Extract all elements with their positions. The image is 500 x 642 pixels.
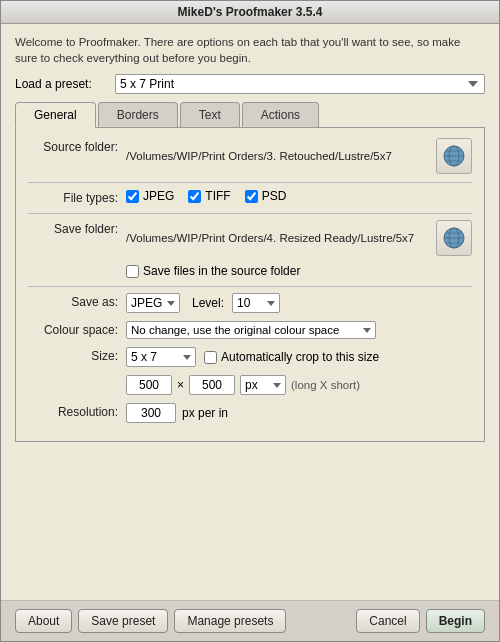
auto-crop-label: Automatically crop to this size [221,350,379,364]
save-as-controls: JPEG TIFF PSD Level: 1234 5678 9101112 [126,293,472,313]
colour-space-controls: No change, use the original colour space… [126,321,472,339]
resolution-unit-label: px per in [182,406,228,420]
source-folder-controls: /Volumes/WIP/Print Orders/3. Retouched/L… [126,138,472,174]
cancel-button[interactable]: Cancel [356,609,419,633]
tab-borders[interactable]: Borders [98,102,178,127]
resolution-input[interactable] [126,403,176,423]
resolution-controls: px per in [126,403,472,423]
footer: About Save preset Manage presets Cancel … [1,600,499,641]
save-folder-row: Save folder: /Volumes/WIP/Print Orders/4… [28,220,472,256]
size-px-width-input[interactable] [126,375,172,395]
save-folder-path: /Volumes/WIP/Print Orders/4. Resized Rea… [126,230,428,246]
size-unit-select[interactable]: px in cm [240,375,286,395]
source-folder-browse-button[interactable] [436,138,472,174]
content-area: Welcome to Proofmaker. There are options… [1,24,499,600]
globe-icon-2 [442,226,466,250]
file-types-label: File types: [28,189,118,205]
preset-row: Load a preset: 5 x 7 Print 4 x 6 Print 8… [15,74,485,94]
size-px-row: × px in cm (long X short) [126,375,472,395]
save-as-row: Save as: JPEG TIFF PSD Level: 1234 5678 … [28,293,472,313]
size-label: Size: [28,347,118,363]
size-x-separator: × [177,378,184,392]
long-short-label: (long X short) [291,379,360,391]
size-px-height-input[interactable] [189,375,235,395]
globe-icon [442,144,466,168]
welcome-text: Welcome to Proofmaker. There are options… [15,34,485,66]
tab-general[interactable]: General [15,102,96,128]
save-in-source-checkbox[interactable] [126,265,139,278]
source-folder-row: Source folder: /Volumes/WIP/Print Orders… [28,138,472,174]
file-types-controls: JPEG TIFF PSD [126,189,472,203]
save-in-source-checkbox-item[interactable]: Save files in the source folder [126,264,300,278]
jpeg-checkbox-item[interactable]: JPEG [126,189,174,203]
save-preset-button[interactable]: Save preset [78,609,168,633]
psd-checkbox[interactable] [245,190,258,203]
psd-checkbox-item[interactable]: PSD [245,189,287,203]
psd-label: PSD [262,189,287,203]
auto-crop-checkbox-item[interactable]: Automatically crop to this size [204,350,379,364]
resolution-label: Resolution: [28,403,118,419]
title-bar: MikeD's Proofmaker 3.5.4 [1,1,499,24]
jpeg-checkbox[interactable] [126,190,139,203]
window-title: MikeD's Proofmaker 3.5.4 [178,5,323,19]
tiff-checkbox[interactable] [188,190,201,203]
tab-text[interactable]: Text [180,102,240,127]
tabs-container: General Borders Text Actions Source fold… [15,102,485,442]
save-in-source-row: Save files in the source folder [126,264,472,278]
general-panel: Source folder: /Volumes/WIP/Print Orders… [15,128,485,442]
manage-presets-button[interactable]: Manage presets [174,609,286,633]
colour-space-select[interactable]: No change, use the original colour space… [126,321,376,339]
tiff-label: TIFF [205,189,230,203]
save-as-select[interactable]: JPEG TIFF PSD [126,293,180,313]
file-types-row: File types: JPEG TIFF PSD [28,189,472,205]
tab-list: General Borders Text Actions [15,102,485,128]
source-folder-path: /Volumes/WIP/Print Orders/3. Retouched/L… [126,148,428,164]
divider-1 [28,182,472,183]
about-button[interactable]: About [15,609,72,633]
level-label: Level: [192,296,224,310]
auto-crop-checkbox[interactable] [204,351,217,364]
preset-label: Load a preset: [15,77,105,91]
save-in-source-label: Save files in the source folder [143,264,300,278]
save-folder-browse-button[interactable] [436,220,472,256]
tab-actions[interactable]: Actions [242,102,319,127]
begin-button[interactable]: Begin [426,609,485,633]
colour-space-label: Colour space: [28,321,118,337]
size-controls: 5 x 7 4 x 6 8 x 10 Automatically crop to… [126,347,472,367]
size-preset-select[interactable]: 5 x 7 4 x 6 8 x 10 [126,347,196,367]
jpeg-label: JPEG [143,189,174,203]
divider-2 [28,213,472,214]
save-folder-controls: /Volumes/WIP/Print Orders/4. Resized Rea… [126,220,472,256]
colour-space-row: Colour space: No change, use the origina… [28,321,472,339]
save-folder-label: Save folder: [28,220,118,236]
resolution-row: Resolution: px per in [28,403,472,423]
main-window: MikeD's Proofmaker 3.5.4 Welcome to Proo… [0,0,500,642]
source-folder-label: Source folder: [28,138,118,154]
tiff-checkbox-item[interactable]: TIFF [188,189,230,203]
level-select[interactable]: 1234 5678 9101112 [232,293,280,313]
save-as-label: Save as: [28,293,118,309]
size-row: Size: 5 x 7 4 x 6 8 x 10 Automatically c… [28,347,472,367]
preset-select[interactable]: 5 x 7 Print 4 x 6 Print 8 x 10 Print [115,74,485,94]
divider-3 [28,286,472,287]
